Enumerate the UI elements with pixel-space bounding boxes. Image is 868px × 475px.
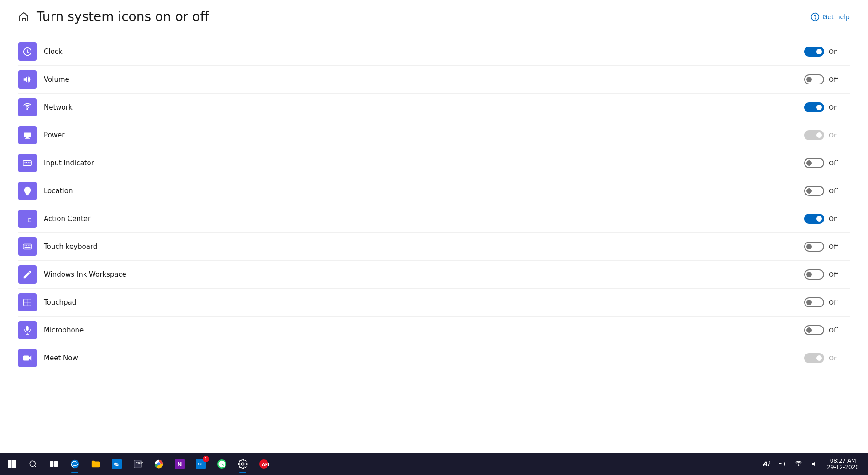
power-icon-box bbox=[18, 126, 37, 144]
action-center-toggle-thumb bbox=[816, 216, 822, 222]
clock-state-label: On bbox=[829, 48, 840, 55]
svg-text:🛍: 🛍 bbox=[114, 462, 119, 467]
windows-ink-toggle-track bbox=[804, 269, 824, 280]
taskbar-edge-app[interactable] bbox=[65, 454, 85, 474]
network-state-label: On bbox=[829, 104, 840, 111]
taskbar-taskview-button[interactable] bbox=[44, 454, 64, 474]
svg-point-1 bbox=[815, 18, 816, 19]
touch-keyboard-toggle[interactable] bbox=[804, 242, 824, 252]
location-label: Location bbox=[44, 187, 804, 195]
volume-toggle[interactable] bbox=[804, 74, 824, 84]
taskbar-chrome-app[interactable] bbox=[149, 454, 169, 474]
taskbar-calculator-app[interactable]: calc bbox=[128, 454, 148, 474]
svg-point-31 bbox=[30, 461, 35, 466]
svg-line-32 bbox=[34, 465, 36, 467]
svg-rect-4 bbox=[26, 137, 29, 138]
taskbar: 🛍 calc N ✉ 1 bbox=[0, 453, 868, 475]
svg-rect-5 bbox=[25, 138, 30, 138]
svg-rect-30 bbox=[12, 464, 16, 469]
input-indicator-toggle[interactable] bbox=[804, 158, 824, 168]
taskbar-ai-button[interactable]: Ai bbox=[758, 454, 774, 474]
page-header: Turn system icons on or off Get help bbox=[18, 9, 850, 24]
taskbar-outlook-app[interactable]: ✉ 1 bbox=[191, 454, 211, 474]
svg-rect-6 bbox=[23, 161, 31, 166]
settings-item-power: PowerOn bbox=[18, 121, 850, 149]
settings-item-input-indicator: Input IndicatorOff bbox=[18, 149, 850, 177]
touch-keyboard-label: Touch keyboard bbox=[44, 243, 804, 251]
input-indicator-toggle-area: Off bbox=[804, 158, 850, 168]
meet-now-toggle-track bbox=[804, 353, 824, 363]
home-icon[interactable] bbox=[18, 11, 29, 22]
taskbar-clock[interactable]: 08:27 AM 29-12-2020 bbox=[823, 454, 863, 474]
power-label: Power bbox=[44, 131, 804, 139]
microphone-icon-box bbox=[18, 321, 37, 339]
action-center-label: Action Center bbox=[44, 215, 804, 223]
settings-item-action-center: Action CenterOn bbox=[18, 205, 850, 233]
windows-ink-label: Windows Ink Workspace bbox=[44, 270, 804, 279]
svg-rect-36 bbox=[54, 464, 58, 467]
microphone-state-label: Off bbox=[829, 327, 840, 334]
svg-rect-14 bbox=[23, 244, 31, 249]
taskbar-explorer-app[interactable] bbox=[86, 454, 106, 474]
windows-ink-toggle[interactable] bbox=[804, 269, 824, 280]
network-icon-box bbox=[18, 98, 37, 116]
get-help-icon bbox=[810, 12, 820, 21]
clock-toggle[interactable] bbox=[804, 47, 824, 57]
location-toggle-thumb bbox=[806, 188, 812, 194]
network-label: Network bbox=[44, 103, 804, 111]
svg-rect-9 bbox=[28, 162, 29, 163]
main-content: Turn system icons on or off Get help Clo… bbox=[0, 0, 868, 453]
input-indicator-state-label: Off bbox=[829, 159, 840, 167]
svg-text:calc: calc bbox=[136, 461, 143, 465]
taskbar-hidden-icons-button[interactable] bbox=[774, 454, 790, 474]
taskbar-volume-icon[interactable] bbox=[807, 454, 823, 474]
settings-item-touchpad: TouchpadOff bbox=[18, 289, 850, 317]
settings-item-location: LocationOff bbox=[18, 177, 850, 205]
touchpad-toggle[interactable] bbox=[804, 297, 824, 307]
volume-state-label: Off bbox=[829, 76, 840, 83]
touchpad-label: Touchpad bbox=[44, 298, 804, 306]
clock-toggle-track bbox=[804, 47, 824, 57]
taskbar-whatsapp-app[interactable] bbox=[212, 454, 232, 474]
meet-now-toggle[interactable] bbox=[804, 353, 824, 363]
power-toggle[interactable] bbox=[804, 130, 824, 140]
action-center-toggle-area: On bbox=[804, 214, 850, 224]
location-icon-box bbox=[18, 182, 37, 200]
settings-list: ClockOnVolumeOffNetworkOnPowerOnInput In… bbox=[18, 38, 850, 372]
meet-now-state-label: On bbox=[829, 354, 840, 362]
volume-toggle-thumb bbox=[806, 77, 812, 82]
taskbar-show-desktop-button[interactable] bbox=[863, 454, 866, 474]
taskbar-start-button[interactable] bbox=[2, 454, 22, 474]
touch-keyboard-toggle-area: Off bbox=[804, 242, 850, 252]
taskbar-network-icon[interactable] bbox=[790, 454, 807, 474]
input-indicator-toggle-track bbox=[804, 158, 824, 168]
touchpad-toggle-thumb bbox=[806, 300, 812, 305]
windows-ink-toggle-area: Off bbox=[804, 269, 850, 280]
taskbar-onenote-app[interactable]: N bbox=[170, 454, 190, 474]
power-toggle-area: On bbox=[804, 130, 850, 140]
action-center-icon-box bbox=[18, 210, 37, 228]
power-toggle-track bbox=[804, 130, 824, 140]
location-toggle[interactable] bbox=[804, 186, 824, 196]
taskbar-search-button[interactable] bbox=[23, 454, 43, 474]
settings-item-windows-ink: Windows Ink WorkspaceOff bbox=[18, 261, 850, 289]
taskbar-settings-app[interactable] bbox=[233, 454, 253, 474]
taskbar-app1[interactable]: APP bbox=[254, 454, 274, 474]
svg-rect-28 bbox=[12, 460, 16, 464]
taskbar-store-app[interactable]: 🛍 bbox=[107, 454, 127, 474]
svg-marker-52 bbox=[783, 462, 785, 466]
network-toggle[interactable] bbox=[804, 102, 824, 112]
svg-rect-19 bbox=[25, 247, 31, 248]
svg-rect-13 bbox=[28, 219, 31, 222]
settings-item-volume: VolumeOff bbox=[18, 66, 850, 94]
svg-rect-23 bbox=[26, 326, 29, 331]
meet-now-icon-box bbox=[18, 349, 37, 367]
microphone-toggle[interactable] bbox=[804, 325, 824, 335]
action-center-toggle[interactable] bbox=[804, 214, 824, 224]
svg-text:N: N bbox=[178, 461, 182, 468]
input-indicator-toggle-thumb bbox=[806, 160, 812, 166]
touchpad-toggle-area: Off bbox=[804, 297, 850, 307]
svg-rect-35 bbox=[50, 464, 54, 467]
get-help-link[interactable]: Get help bbox=[810, 12, 850, 21]
location-toggle-area: Off bbox=[804, 186, 850, 196]
